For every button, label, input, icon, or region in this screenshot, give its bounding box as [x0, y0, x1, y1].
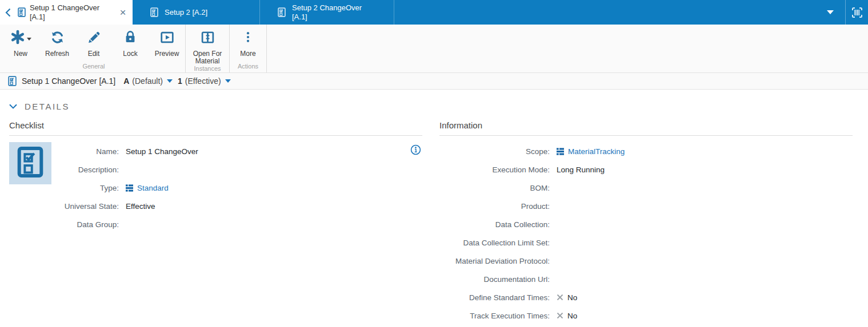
info-circle-icon[interactable]	[410, 144, 421, 155]
field-bom: BOM:	[439, 179, 853, 197]
toolbar-group-actions: More Actions	[230, 25, 267, 72]
list-icon	[557, 148, 564, 155]
field-data-collection: Data Collection:	[439, 215, 853, 233]
checklist-header: Checklist	[9, 120, 422, 136]
open-material-icon	[201, 30, 215, 47]
preview-button[interactable]: Preview	[149, 25, 185, 63]
details-section-label: DETAILS	[25, 102, 70, 111]
group-label-general: General	[2, 63, 185, 72]
new-button[interactable]: New	[2, 25, 39, 63]
details-columns: Checklist Name: Setup 1 ChangeOver Descr…	[0, 111, 868, 325]
field-data-collection-limit-set: Data Collection Limit Set:	[439, 233, 853, 252]
x-icon	[557, 294, 563, 301]
checklist-panel: Checklist Name: Setup 1 ChangeOver Descr…	[9, 120, 422, 325]
list-icon	[126, 184, 133, 192]
x-icon	[557, 312, 563, 319]
close-icon[interactable]: ×	[117, 7, 129, 18]
field-description: Description:	[51, 160, 422, 179]
checklist-icon	[8, 76, 17, 86]
checklist-icon	[150, 7, 158, 17]
chevron-down-icon	[225, 79, 231, 83]
pencil-icon	[87, 30, 101, 47]
checklist-icon	[278, 7, 286, 17]
asterisk-icon	[10, 30, 25, 47]
group-label-instances: Instances	[186, 65, 229, 75]
tab-label: Setup 2 ChangeOver [A.1]	[292, 3, 378, 22]
scope-link[interactable]: MaterialTracking	[557, 147, 625, 156]
field-track-execution-times: Track Execution Times: No	[439, 306, 853, 325]
refresh-icon	[50, 30, 65, 47]
tab-bar: Setup 1 ChangeOver [A.1] × Setup 2 [A.2]…	[0, 0, 868, 25]
checklist-icon	[17, 146, 43, 180]
tab-label: Setup 1 ChangeOver [A.1]	[30, 3, 113, 22]
lock-icon	[123, 30, 137, 46]
edit-button[interactable]: Edit	[75, 25, 112, 63]
version-selector[interactable]: 1 (Effective)	[178, 76, 231, 86]
back-chevron-icon[interactable]	[2, 6, 14, 19]
tab-setup2-changeover[interactable]: Setup 2 ChangeOver [A.1]	[260, 0, 394, 25]
field-product: Product:	[439, 197, 853, 215]
field-documentation-url: Documentation Url:	[439, 270, 853, 288]
field-execution-mode: Execution Mode: Long Running	[439, 160, 853, 179]
revision-selector[interactable]: A (Default)	[123, 76, 173, 86]
chevron-down-icon[interactable]	[827, 10, 834, 14]
tabbar-right-controls	[827, 0, 868, 25]
field-define-standard-times: Define Standard Times: No	[439, 288, 853, 306]
ribbon-toolbar: New Refresh Edit Lock Preview General	[0, 25, 868, 73]
information-panel: Information Scope: MaterialTracking Exec…	[439, 120, 853, 325]
field-name: Name: Setup 1 ChangeOver	[51, 142, 422, 160]
tab-setup1-changeover[interactable]: Setup 1 ChangeOver [A.1] ×	[0, 0, 133, 25]
field-type: Type: Standard	[51, 179, 422, 197]
chevron-down-icon	[167, 79, 173, 83]
barcode-scan-icon[interactable]	[846, 0, 868, 25]
field-universal-state: Universal State: Effective	[51, 197, 422, 215]
tab-setup2[interactable]: Setup 2 [A.2]	[133, 0, 260, 25]
more-button[interactable]: More	[230, 25, 266, 63]
preview-play-icon	[160, 30, 174, 47]
toolbar-group-general: New Refresh Edit Lock Preview General	[2, 25, 186, 72]
refresh-button[interactable]: Refresh	[39, 25, 75, 63]
checklist-thumbnail	[9, 142, 51, 184]
group-label-actions: Actions	[230, 63, 266, 72]
tab-label: Setup 2 [A.2]	[165, 8, 207, 17]
details-section-toggle[interactable]: DETAILS	[9, 102, 868, 111]
ellipsis-icon	[242, 30, 254, 46]
chevron-down-icon	[9, 104, 17, 109]
breadcrumb: Setup 1 ChangeOver [A.1] A (Default) 1 (…	[0, 73, 868, 90]
dropdown-caret-icon	[27, 38, 31, 41]
information-header: Information	[439, 120, 853, 136]
field-data-group: Data Group:	[51, 215, 422, 233]
breadcrumb-title: Setup 1 ChangeOver [A.1]	[22, 76, 115, 86]
checklist-icon	[18, 7, 26, 17]
lock-button[interactable]: Lock	[112, 25, 149, 63]
toolbar-group-instances: Open For Material Instances	[186, 25, 230, 72]
open-for-material-button[interactable]: Open For Material	[186, 25, 229, 65]
type-link[interactable]: Standard	[126, 184, 169, 192]
field-scope: Scope: MaterialTracking	[439, 142, 853, 160]
field-material-deviation-protocol: Material Deviation Protocol:	[439, 252, 853, 270]
